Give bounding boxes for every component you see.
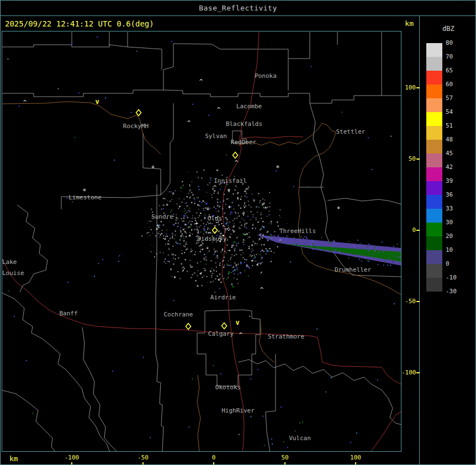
plus-marker: +	[337, 205, 340, 211]
city-label: Limestone	[68, 194, 102, 201]
colorbar-tick-label: 36	[446, 191, 468, 198]
y-axis-tick-label: 0	[401, 226, 416, 234]
colorbar-tick-label: 30	[446, 219, 468, 226]
radar-app-window: Base_Reflectivity 2025/09/22 12:41:12 UT…	[0, 0, 476, 465]
colorbar-block	[426, 195, 442, 209]
radar-map-canvas[interactable]: vv^^^^^^^+++**PonokaLacombeBlackfaldsSyl…	[2, 31, 401, 451]
city-label: HighRiver	[221, 407, 255, 414]
x-axis-tick	[142, 462, 144, 465]
x-axis: km -100-50050100	[1, 452, 419, 465]
y-axis-tick-label: 50	[401, 155, 416, 162]
city-label: Ponoka	[255, 72, 277, 80]
colorbar-block	[426, 98, 442, 112]
city-label: Airdrie	[210, 294, 236, 301]
y-axis-tick	[416, 158, 420, 160]
colorbar-tick-label: 10	[446, 246, 468, 253]
markers-layer: vv^^^^^^^+++**	[23, 78, 340, 339]
colorbar-block	[426, 278, 442, 292]
radar-site-marker	[233, 152, 238, 158]
colorbar-tick-label: 54	[446, 108, 468, 115]
colorbar-tick-label: 65	[446, 67, 468, 74]
colorbar-block	[426, 154, 442, 167]
y-axis-tick	[416, 372, 420, 373]
colorbar-block	[426, 236, 442, 250]
y-axis-tick	[416, 87, 420, 88]
plus-marker: +	[195, 220, 198, 226]
colorbar-tick-label: 80	[446, 39, 468, 46]
colorbar-block	[426, 167, 442, 181]
caret-marker: ^	[235, 159, 239, 166]
map-frame: vv^^^^^^^+++**PonokaLacombeBlackfaldsSyl…	[2, 31, 401, 452]
y-axis-tick-label: -100	[401, 369, 416, 376]
colorbar-tick-label: 45	[446, 150, 468, 157]
city-label: Lacombe	[236, 103, 262, 110]
city-label: Sylvan	[205, 133, 227, 140]
info-bar: 2025/09/22 12:41:12 UTC 0.6(deg) km	[1, 16, 419, 31]
clutter-layer	[141, 170, 288, 293]
city-label: RockyMH	[123, 123, 149, 130]
colorbar-tick-label: 51	[446, 122, 468, 129]
colorbar-block	[426, 57, 442, 71]
x-axis-tick-label: -100	[65, 454, 80, 461]
timestamp-label: 2025/09/22 12:41:12 UTC 0.6(deg)	[5, 19, 154, 28]
colorbar-tick-label: 39	[446, 177, 468, 184]
colorbar-block	[426, 181, 442, 195]
city-label: Lake	[2, 258, 17, 266]
top-unit-label: km	[405, 19, 414, 28]
x-axis-tick	[213, 462, 214, 465]
colorbar-tick-label: 42	[446, 163, 468, 171]
city-labels: PonokaLacombeBlackfaldsSylvanRedDeerStet…	[2, 72, 371, 442]
caret-marker: ^	[239, 331, 243, 339]
city-label: Banff	[59, 310, 77, 317]
y-axis-tick-label: -50	[401, 298, 416, 305]
x-axis-tick-label: 100	[350, 454, 361, 461]
plus-marker: +	[151, 164, 155, 170]
colorbar-tick-label: -10	[446, 274, 468, 281]
caret-marker: ^	[187, 119, 191, 126]
city-label: ThreeHills	[279, 228, 316, 235]
x-axis-tick-label: 50	[281, 454, 288, 461]
colorbar-tick-label: -30	[446, 288, 468, 295]
colorbar-block	[426, 223, 442, 236]
asterisk-marker: *	[276, 163, 280, 172]
x-axis-tick-label: 0	[212, 454, 216, 461]
bottom-unit-label: km	[9, 455, 18, 463]
colorbar-block	[426, 126, 442, 140]
colorbar-tick-label: 33	[446, 205, 468, 212]
city-label: RedDeer	[231, 139, 257, 146]
radar-site-marker	[186, 324, 191, 330]
x-axis-tick	[284, 462, 285, 465]
city-label: Cochrane	[164, 311, 193, 318]
y-axis-tick	[416, 301, 420, 302]
x-axis-tick-label: -50	[137, 454, 149, 461]
city-label: Drumheller	[335, 266, 372, 273]
city-label: Innisfail	[214, 177, 247, 184]
river-lines	[2, 102, 401, 451]
city-label: Strathmore	[268, 333, 304, 340]
colorbar-block	[426, 43, 442, 57]
city-label: Blackfalds	[226, 120, 262, 128]
caret-marker: ^	[199, 78, 203, 85]
colorbar-tick-label: 0	[446, 260, 468, 267]
colorbar-tick-label: 20	[446, 232, 468, 240]
colorbar-tick-label: 57	[446, 94, 468, 102]
colorbar-tick-label: 60	[446, 81, 468, 88]
colorbar-panel: dBZ 807065605754514845423936333020100-10…	[420, 16, 476, 465]
caret-marker: ^	[23, 99, 27, 106]
radar-beam	[256, 234, 401, 266]
title-bar: Base_Reflectivity	[1, 1, 475, 16]
caret-marker: ^	[260, 286, 264, 293]
y-axis-tick-label: 100	[401, 84, 416, 91]
colorbar-title: dBZ	[442, 25, 454, 33]
x-axis-tick	[355, 462, 356, 465]
city-label: Calgary	[208, 330, 234, 337]
colorbar-block	[426, 140, 442, 154]
city-label: Vulcan	[289, 435, 311, 442]
colorbar-block	[426, 264, 442, 278]
colorbar-block	[426, 250, 442, 264]
city-label: Okotoks	[215, 384, 241, 391]
city-label: Stettler	[336, 128, 366, 135]
colorbar-tick-label: 48	[446, 136, 468, 143]
city-label: Louise	[2, 270, 24, 277]
colorbar-tick-label: 70	[446, 53, 468, 60]
